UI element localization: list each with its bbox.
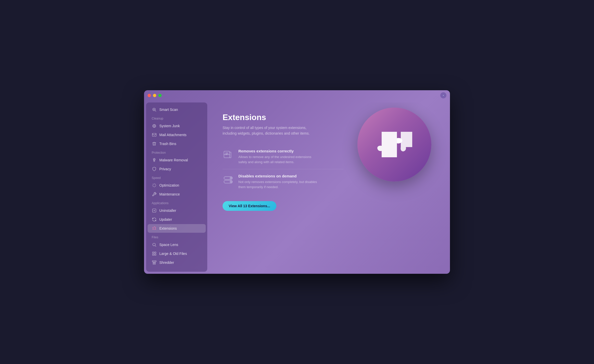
section-files: Files: [146, 233, 207, 240]
extensions-icon: [152, 226, 157, 231]
sidebar-item-privacy[interactable]: Privacy: [148, 165, 206, 173]
sidebar-item-system-junk[interactable]: System Junk: [148, 122, 206, 130]
main-content: Extensions Stay in control of all types …: [207, 102, 448, 272]
sidebar-item-space-lens[interactable]: Space Lens: [148, 240, 206, 249]
malware-removal-label: Malware Removal: [159, 158, 188, 162]
feature-disables-text: Disables extensions on demand Not only r…: [238, 174, 343, 189]
svg-rect-7: [155, 254, 156, 255]
privacy-label: Privacy: [159, 167, 171, 171]
maximize-button[interactable]: [158, 94, 162, 97]
sidebar-item-trash-bins[interactable]: Trash Bins: [148, 139, 206, 148]
space-lens-label: Space Lens: [159, 243, 178, 247]
shredder-icon: [152, 260, 157, 265]
close-button[interactable]: [148, 94, 151, 97]
section-cleanup: Cleanup: [146, 114, 207, 121]
puzzle-svg: [374, 124, 415, 165]
feature-removes-text: Removes extensions correctly Allows to r…: [238, 149, 343, 164]
app-window: Smart Scan Cleanup System Junk: [144, 90, 450, 274]
smart-scan-label: Smart Scan: [159, 108, 178, 112]
maintenance-label: Maintenance: [159, 192, 180, 196]
feature-removes-title: Removes extensions correctly: [238, 149, 343, 153]
content-left: Extensions Stay in control of all types …: [223, 113, 343, 211]
smart-scan-icon: [152, 107, 157, 112]
sidebar-item-shredder[interactable]: Shredder: [148, 258, 206, 267]
extension-remove-icon: [223, 149, 234, 160]
traffic-lights: [148, 94, 162, 97]
sidebar-item-extensions[interactable]: Extensions: [148, 224, 206, 233]
svg-point-6: [153, 243, 156, 246]
feature-disables-desc: Not only removes extensions completely, …: [238, 179, 320, 189]
extension-disable-icon: [223, 174, 234, 185]
sidebar-item-maintenance[interactable]: Maintenance: [148, 190, 206, 199]
shredder-label: Shredder: [159, 261, 174, 265]
optimization-icon: [152, 183, 157, 188]
svg-rect-8: [152, 261, 156, 262]
svg-point-4: [154, 161, 155, 162]
feature-list: Removes extensions correctly Allows to r…: [223, 144, 343, 194]
svg-point-13: [230, 181, 232, 183]
svg-point-2: [154, 125, 155, 127]
uninstaller-label: Uninstaller: [159, 209, 176, 213]
uninstaller-icon: [152, 208, 157, 213]
malware-icon: [152, 158, 157, 163]
maintenance-icon: [152, 192, 157, 197]
trash-bins-label: Trash Bins: [159, 142, 176, 146]
svg-point-11: [230, 177, 232, 179]
feature-disables-title: Disables extensions on demand: [238, 174, 343, 178]
updater-label: Updater: [159, 217, 172, 222]
privacy-icon: [152, 166, 157, 172]
sidebar-item-large-old-files[interactable]: Large & Old Files: [148, 249, 206, 258]
mail-attachments-label: Mail Attachments: [159, 133, 187, 137]
sidebar-item-malware-removal[interactable]: Malware Removal: [148, 156, 206, 164]
sidebar-item-optimization[interactable]: Optimization: [148, 181, 206, 190]
feature-removes-desc: Allows to remove any of the undesired ex…: [238, 154, 320, 164]
sidebar-item-mail-attachments[interactable]: Mail Attachments: [148, 131, 206, 139]
svg-rect-3: [152, 133, 156, 136]
trash-icon: [152, 141, 157, 146]
sidebar-item-uninstaller[interactable]: Uninstaller: [148, 206, 206, 215]
system-junk-label: System Junk: [159, 124, 180, 128]
sidebar-item-updater[interactable]: Updater: [148, 215, 206, 224]
page-description: Stay in control of all types of your sys…: [223, 125, 319, 136]
sidebar: Smart Scan Cleanup System Junk: [146, 102, 207, 272]
sidebar-item-smart-scan[interactable]: Smart Scan: [148, 105, 206, 114]
updater-icon: [152, 217, 157, 222]
large-files-icon: [152, 251, 157, 256]
large-old-files-label: Large & Old Files: [159, 252, 187, 256]
mail-icon: [152, 132, 157, 137]
window-body: Smart Scan Cleanup System Junk: [144, 100, 450, 274]
system-junk-icon: [152, 123, 157, 128]
feature-disables-on-demand: Disables extensions on demand Not only r…: [223, 169, 343, 194]
optimization-label: Optimization: [159, 183, 179, 187]
space-lens-icon: [152, 242, 157, 247]
extensions-label: Extensions: [159, 226, 177, 230]
feature-removes-correctly: Removes extensions correctly Allows to r…: [223, 144, 343, 169]
content-right: [354, 108, 435, 181]
section-applications: Applications: [146, 199, 207, 206]
puzzle-illustration: [357, 108, 431, 181]
title-bar: [144, 90, 450, 100]
view-all-extensions-button[interactable]: View All 13 Extensions...: [223, 201, 276, 211]
page-title: Extensions: [223, 113, 343, 122]
minimize-button[interactable]: [153, 94, 156, 97]
settings-icon[interactable]: [440, 92, 446, 98]
section-protection: Protection: [146, 148, 207, 155]
section-speed: Speed: [146, 174, 207, 181]
